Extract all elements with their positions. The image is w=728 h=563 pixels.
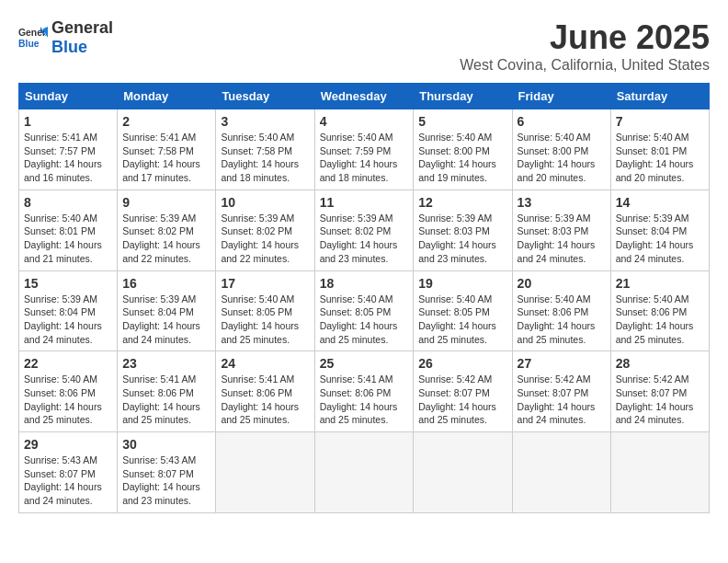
day-cell-10: 10 Sunrise: 5:39 AM Sunset: 8:02 PM Dayl… (216, 190, 314, 270)
day-info: Sunrise: 5:40 AM Sunset: 8:05 PM Dayligh… (221, 293, 309, 347)
week-row-3: 15 Sunrise: 5:39 AM Sunset: 8:04 PM Dayl… (19, 270, 710, 351)
day-info: Sunrise: 5:40 AM Sunset: 8:06 PM Dayligh… (616, 293, 704, 347)
title-block: June 2025 West Covina, California, Unite… (460, 18, 710, 74)
day-number: 4 (320, 114, 409, 129)
day-info: Sunrise: 5:41 AM Sunset: 8:06 PM Dayligh… (221, 373, 309, 427)
day-number: 11 (320, 195, 409, 210)
day-number: 9 (122, 195, 210, 210)
day-number: 7 (616, 114, 704, 129)
day-info: Sunrise: 5:41 AM Sunset: 8:06 PM Dayligh… (122, 373, 210, 427)
logo-icon: General Blue (18, 23, 48, 52)
empty-cell (512, 432, 610, 513)
day-number: 6 (518, 114, 606, 129)
day-info: Sunrise: 5:39 AM Sunset: 8:04 PM Dayligh… (122, 293, 210, 347)
day-cell-26: 26 Sunrise: 5:42 AM Sunset: 8:07 PM Dayl… (414, 351, 512, 432)
weekday-header-tuesday: Tuesday (216, 84, 314, 109)
day-cell-19: 19 Sunrise: 5:40 AM Sunset: 8:05 PM Dayl… (414, 270, 512, 351)
day-cell-6: 6 Sunrise: 5:40 AM Sunset: 8:00 PM Dayli… (512, 109, 610, 190)
week-row-2: 8 Sunrise: 5:40 AM Sunset: 8:01 PM Dayli… (19, 190, 710, 270)
day-cell-25: 25 Sunrise: 5:41 AM Sunset: 8:06 PM Dayl… (314, 351, 414, 432)
day-cell-27: 27 Sunrise: 5:42 AM Sunset: 8:07 PM Dayl… (512, 351, 610, 432)
day-cell-16: 16 Sunrise: 5:39 AM Sunset: 8:04 PM Dayl… (118, 270, 216, 351)
day-cell-8: 8 Sunrise: 5:40 AM Sunset: 8:01 PM Dayli… (19, 190, 118, 270)
day-cell-21: 21 Sunrise: 5:40 AM Sunset: 8:06 PM Dayl… (610, 270, 709, 351)
month-title: June 2025 (460, 18, 710, 57)
day-cell-7: 7 Sunrise: 5:40 AM Sunset: 8:01 PM Dayli… (610, 109, 709, 190)
day-info: Sunrise: 5:39 AM Sunset: 8:04 PM Dayligh… (24, 293, 112, 347)
empty-cell (610, 432, 709, 513)
week-row-4: 22 Sunrise: 5:40 AM Sunset: 8:06 PM Dayl… (19, 351, 710, 432)
day-info: Sunrise: 5:39 AM Sunset: 8:02 PM Dayligh… (122, 212, 210, 266)
day-info: Sunrise: 5:39 AM Sunset: 8:02 PM Dayligh… (221, 212, 309, 266)
logo-general-text: General (51, 18, 113, 37)
location-text: West Covina, California, United States (460, 57, 710, 74)
day-number: 14 (616, 195, 704, 210)
day-cell-30: 30 Sunrise: 5:43 AM Sunset: 8:07 PM Dayl… (118, 432, 216, 513)
day-number: 20 (518, 276, 606, 291)
day-cell-5: 5 Sunrise: 5:40 AM Sunset: 8:00 PM Dayli… (414, 109, 512, 190)
day-info: Sunrise: 5:40 AM Sunset: 7:59 PM Dayligh… (320, 131, 409, 185)
week-row-1: 1 Sunrise: 5:41 AM Sunset: 7:57 PM Dayli… (19, 109, 710, 190)
day-number: 5 (418, 114, 506, 129)
day-number: 29 (24, 437, 112, 452)
empty-cell (216, 432, 314, 513)
weekday-header-thursday: Thursday (414, 84, 512, 109)
page-header: General Blue General Blue June 2025 West… (18, 18, 710, 74)
day-info: Sunrise: 5:40 AM Sunset: 8:00 PM Dayligh… (418, 131, 506, 185)
calendar-table: SundayMondayTuesdayWednesdayThursdayFrid… (18, 83, 710, 513)
weekday-header-row: SundayMondayTuesdayWednesdayThursdayFrid… (19, 84, 710, 109)
day-number: 22 (24, 356, 112, 371)
day-info: Sunrise: 5:40 AM Sunset: 8:05 PM Dayligh… (418, 293, 506, 347)
day-number: 19 (418, 276, 506, 291)
day-number: 2 (122, 114, 210, 129)
svg-text:Blue: Blue (18, 39, 40, 49)
day-cell-1: 1 Sunrise: 5:41 AM Sunset: 7:57 PM Dayli… (19, 109, 118, 190)
day-info: Sunrise: 5:40 AM Sunset: 8:01 PM Dayligh… (24, 212, 112, 266)
day-number: 24 (221, 356, 309, 371)
day-number: 3 (221, 114, 309, 129)
day-number: 25 (320, 356, 409, 371)
weekday-header-wednesday: Wednesday (314, 84, 414, 109)
logo: General Blue General Blue (18, 18, 113, 57)
day-number: 10 (221, 195, 309, 210)
day-cell-3: 3 Sunrise: 5:40 AM Sunset: 7:58 PM Dayli… (216, 109, 314, 190)
empty-cell (314, 432, 414, 513)
day-number: 18 (320, 276, 409, 291)
day-number: 23 (122, 356, 210, 371)
day-cell-12: 12 Sunrise: 5:39 AM Sunset: 8:03 PM Dayl… (414, 190, 512, 270)
day-info: Sunrise: 5:40 AM Sunset: 8:06 PM Dayligh… (24, 373, 112, 427)
day-info: Sunrise: 5:42 AM Sunset: 8:07 PM Dayligh… (418, 373, 506, 427)
weekday-header-saturday: Saturday (610, 84, 709, 109)
day-info: Sunrise: 5:40 AM Sunset: 7:58 PM Dayligh… (221, 131, 309, 185)
day-number: 28 (616, 356, 704, 371)
day-cell-29: 29 Sunrise: 5:43 AM Sunset: 8:07 PM Dayl… (19, 432, 118, 513)
day-cell-14: 14 Sunrise: 5:39 AM Sunset: 8:04 PM Dayl… (610, 190, 709, 270)
day-number: 21 (616, 276, 704, 291)
day-cell-20: 20 Sunrise: 5:40 AM Sunset: 8:06 PM Dayl… (512, 270, 610, 351)
weekday-header-friday: Friday (512, 84, 610, 109)
day-info: Sunrise: 5:39 AM Sunset: 8:03 PM Dayligh… (518, 212, 606, 266)
day-cell-18: 18 Sunrise: 5:40 AM Sunset: 8:05 PM Dayl… (314, 270, 414, 351)
day-info: Sunrise: 5:42 AM Sunset: 8:07 PM Dayligh… (518, 373, 606, 427)
day-info: Sunrise: 5:39 AM Sunset: 8:02 PM Dayligh… (320, 212, 409, 266)
day-info: Sunrise: 5:40 AM Sunset: 8:00 PM Dayligh… (518, 131, 606, 185)
day-cell-24: 24 Sunrise: 5:41 AM Sunset: 8:06 PM Dayl… (216, 351, 314, 432)
day-cell-9: 9 Sunrise: 5:39 AM Sunset: 8:02 PM Dayli… (118, 190, 216, 270)
day-info: Sunrise: 5:42 AM Sunset: 8:07 PM Dayligh… (616, 373, 704, 427)
day-cell-4: 4 Sunrise: 5:40 AM Sunset: 7:59 PM Dayli… (314, 109, 414, 190)
day-info: Sunrise: 5:40 AM Sunset: 8:05 PM Dayligh… (320, 293, 409, 347)
day-cell-22: 22 Sunrise: 5:40 AM Sunset: 8:06 PM Dayl… (19, 351, 118, 432)
day-info: Sunrise: 5:43 AM Sunset: 8:07 PM Dayligh… (24, 454, 112, 508)
day-number: 15 (24, 276, 112, 291)
day-number: 26 (418, 356, 506, 371)
weekday-header-monday: Monday (118, 84, 216, 109)
day-number: 27 (518, 356, 606, 371)
weekday-header-sunday: Sunday (19, 84, 118, 109)
day-cell-2: 2 Sunrise: 5:41 AM Sunset: 7:58 PM Dayli… (118, 109, 216, 190)
empty-cell (414, 432, 512, 513)
day-info: Sunrise: 5:41 AM Sunset: 7:57 PM Dayligh… (24, 131, 112, 185)
day-number: 17 (221, 276, 309, 291)
day-cell-13: 13 Sunrise: 5:39 AM Sunset: 8:03 PM Dayl… (512, 190, 610, 270)
day-info: Sunrise: 5:39 AM Sunset: 8:04 PM Dayligh… (616, 212, 704, 266)
day-info: Sunrise: 5:41 AM Sunset: 8:06 PM Dayligh… (320, 373, 409, 427)
